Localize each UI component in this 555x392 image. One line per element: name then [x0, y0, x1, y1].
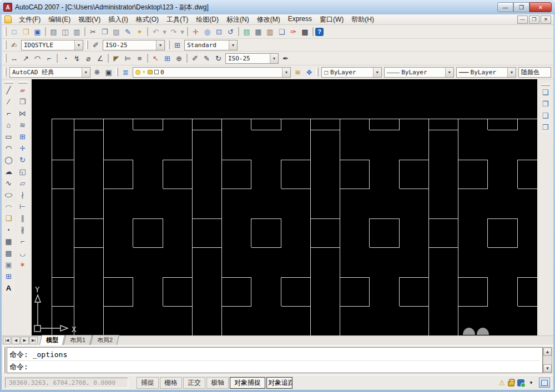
- spline-icon[interactable]: ∿: [3, 177, 15, 189]
- mtext-icon[interactable]: A: [3, 282, 15, 294]
- match-properties-icon[interactable]: ✎: [122, 26, 134, 37]
- dim-radius-icon[interactable]: ◔: [59, 53, 71, 64]
- layer-freeze-sun-icon[interactable]: ☀: [142, 68, 146, 76]
- menu-item[interactable]: 帮助(H): [347, 14, 378, 25]
- tab-layout1[interactable]: 布局1: [63, 335, 93, 345]
- chevron-down-icon[interactable]: ▾: [282, 68, 290, 77]
- circle-icon[interactable]: ◯: [3, 154, 15, 166]
- cut-icon[interactable]: ✂: [87, 26, 99, 37]
- chevron-down-icon[interactable]: ▾: [74, 40, 83, 50]
- mdi-restore-button[interactable]: ❐: [529, 16, 539, 24]
- bring-above-objects-icon[interactable]: ❑: [539, 110, 552, 121]
- layer-states-manager-icon[interactable]: ❖: [304, 67, 315, 78]
- open-icon[interactable]: ❒: [20, 26, 32, 37]
- help-icon[interactable]: ?: [315, 28, 324, 36]
- menu-item[interactable]: 工具(T): [163, 14, 192, 25]
- ellipse-icon[interactable]: ◯: [3, 192, 15, 198]
- workspace-settings-icon[interactable]: ❋: [92, 67, 103, 78]
- tool-palettes-icon[interactable]: ▥: [264, 26, 276, 37]
- trim-icon[interactable]: ∤: [17, 189, 29, 201]
- chevron-down-icon[interactable]: ▾: [445, 68, 453, 77]
- layer-properties-icon[interactable]: ≣: [120, 67, 132, 78]
- offset-icon[interactable]: ≋: [17, 119, 29, 131]
- dim-baseline-icon[interactable]: ⊨: [122, 53, 134, 64]
- undo-icon[interactable]: ↶: [150, 26, 162, 37]
- mdi-close-button[interactable]: ✕: [541, 16, 551, 24]
- zoom-realtime-icon[interactable]: ◎: [201, 26, 213, 37]
- drawing-file-icon[interactable]: [4, 16, 12, 23]
- break-at-point-icon[interactable]: ∥: [17, 212, 29, 224]
- rotate-icon[interactable]: ↻: [17, 154, 29, 166]
- hatch-icon[interactable]: ▦: [3, 236, 15, 247]
- toolbar-grip[interactable]: [4, 54, 7, 63]
- plot-style-combo[interactable]: 随颜色: [518, 67, 551, 78]
- toolbar-unlock-icon[interactable]: [508, 381, 514, 386]
- center-mark-icon[interactable]: ⊕: [173, 53, 185, 64]
- menu-item[interactable]: 格式(O): [132, 14, 163, 25]
- tab-first-button[interactable]: |◀: [3, 337, 11, 344]
- dim-diameter-icon[interactable]: ⌀: [83, 53, 94, 64]
- toggle-ortho[interactable]: 正交: [183, 377, 205, 389]
- tolerance-icon[interactable]: ⊞: [162, 53, 173, 64]
- dim-style-icon[interactable]: ✐: [90, 39, 102, 50]
- command-history[interactable]: 命令: _options 命令:: [7, 347, 543, 373]
- chevron-down-icon[interactable]: ▾: [82, 68, 90, 77]
- scale-icon[interactable]: ◱: [17, 166, 29, 177]
- layer-lock-icon[interactable]: [148, 70, 153, 74]
- menu-item[interactable]: 标注(N): [223, 14, 253, 25]
- send-under-objects-icon[interactable]: ❒: [539, 121, 552, 133]
- trusted-dwg-icon[interactable]: [517, 379, 524, 386]
- quick-leader-icon[interactable]: ↖: [150, 53, 162, 64]
- toolbar-grip[interactable]: [4, 27, 7, 36]
- chevron-down-icon[interactable]: ▾: [373, 68, 381, 77]
- ellipse-arc-icon[interactable]: ◠: [3, 202, 15, 211]
- save-workspace-icon[interactable]: ▣: [103, 67, 114, 78]
- command-window-grip[interactable]: [3, 347, 6, 373]
- clean-screen-button[interactable]: [539, 378, 550, 388]
- layer-previous-icon[interactable]: ≋: [292, 67, 304, 78]
- copy-icon[interactable]: ❐: [99, 26, 110, 37]
- scroll-up-icon[interactable]: ▲: [543, 348, 552, 356]
- construction-line-icon[interactable]: ∕: [3, 96, 15, 108]
- menu-item[interactable]: 绘图(D): [192, 14, 223, 25]
- tab-layout2[interactable]: 布局2: [90, 335, 120, 345]
- undo-dropdown-icon[interactable]: ▾: [162, 26, 168, 37]
- annotation-scale-icon[interactable]: ⚠: [498, 379, 505, 387]
- menu-item[interactable]: 文件(F): [15, 14, 44, 25]
- polygon-icon[interactable]: ⌂: [3, 119, 15, 131]
- redo-dropdown-icon[interactable]: ▾: [179, 26, 185, 37]
- pan-realtime-icon[interactable]: ✛: [190, 26, 201, 37]
- toolbar-grip[interactable]: [18, 82, 27, 84]
- toggle-osnap[interactable]: 对象捕捉: [230, 377, 265, 389]
- chamfer-icon[interactable]: ⌐: [17, 236, 29, 247]
- region-icon[interactable]: ▣: [3, 259, 15, 271]
- workspace-combo[interactable]: AutoCAD 经典 ▾: [9, 67, 90, 78]
- insert-block-icon[interactable]: ❑: [3, 212, 15, 224]
- toolbar-grip[interactable]: [4, 68, 7, 77]
- table-style-icon[interactable]: ⊞: [171, 39, 183, 50]
- text-style-icon[interactable]: ✍: [8, 39, 20, 50]
- sheet-set-manager-icon[interactable]: ❏: [276, 26, 287, 37]
- zoom-window-icon[interactable]: ⊡: [213, 26, 225, 37]
- toolbar-grip[interactable]: [316, 68, 319, 77]
- fillet-icon[interactable]: ◡: [17, 247, 29, 259]
- publish-icon[interactable]: ▥: [71, 26, 83, 37]
- layer-on-bulb-icon[interactable]: [135, 70, 140, 75]
- menu-item[interactable]: 编辑(E): [44, 14, 74, 25]
- dim-ordinate-icon[interactable]: ⌐: [43, 53, 55, 64]
- gradient-icon[interactable]: ▩: [3, 247, 15, 259]
- stretch-icon[interactable]: ▱: [17, 177, 29, 189]
- menu-item[interactable]: 窗口(W): [316, 14, 347, 25]
- dimension-text-edit-icon[interactable]: ✎: [201, 53, 213, 64]
- command-prompt[interactable]: 命令:: [9, 361, 540, 373]
- color-combo[interactable]: □ByLayer ▾: [321, 67, 381, 78]
- toolbar-grip[interactable]: [116, 68, 118, 77]
- text-style-combo[interactable]: IDQSTYLE ▾: [21, 40, 83, 50]
- menu-item[interactable]: 修改(M): [253, 14, 284, 25]
- dim-jogged-icon[interactable]: ↯: [71, 53, 83, 64]
- chevron-down-icon[interactable]: ▾: [229, 40, 237, 50]
- toggle-snap[interactable]: 捕捉: [137, 377, 159, 389]
- tab-last-button[interactable]: ▶|: [29, 337, 38, 344]
- dim-arc-length-icon[interactable]: ◠: [32, 53, 43, 64]
- toggle-otrack[interactable]: 对象追踪: [266, 377, 292, 389]
